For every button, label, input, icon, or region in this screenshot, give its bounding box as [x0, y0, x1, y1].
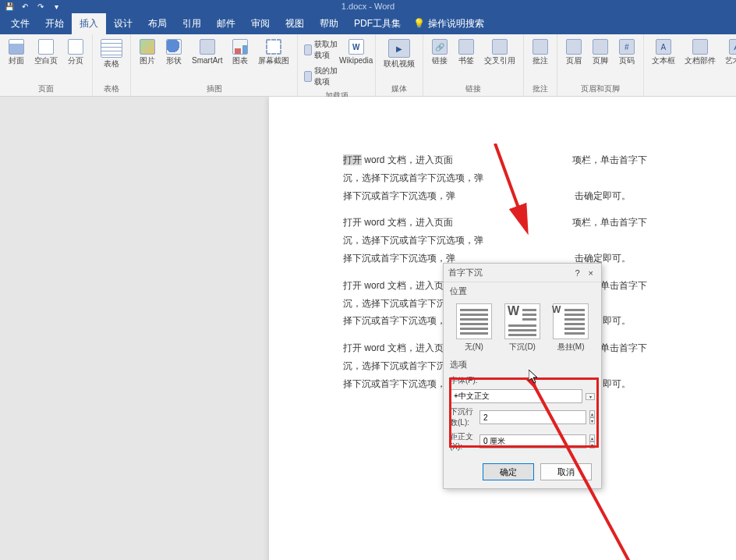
link-button[interactable]: 🔗链接 — [428, 37, 451, 66]
comment-button[interactable]: 批注 — [529, 37, 552, 66]
blank-page-button[interactable]: 空白页 — [31, 37, 61, 66]
footer-icon — [593, 39, 608, 55]
cover-page-icon — [9, 39, 24, 55]
link-icon: 🔗 — [432, 39, 448, 55]
chart-button[interactable]: 图表 — [228, 37, 252, 66]
position-dropped[interactable]: W 下沉(D) — [501, 302, 543, 354]
ribbon-group-links: 🔗链接 书签 交叉引用 链接 — [423, 34, 524, 96]
distance-input[interactable] — [479, 434, 586, 448]
font-select[interactable] — [450, 389, 582, 403]
cancel-button[interactable]: 取消 — [540, 463, 592, 480]
ribbon-group-headerfooter: 页眉 页脚 #页码 页眉和页脚 — [557, 34, 644, 96]
position-margin-preview: W — [553, 303, 589, 339]
lightbulb-icon: 💡 — [413, 18, 425, 29]
ribbon-group-pages: 封面 空白页 分页 页面 — [0, 34, 93, 96]
position-margin[interactable]: W 悬挂(M) — [550, 302, 592, 354]
cursor-icon — [529, 370, 540, 384]
page-break-icon — [68, 39, 83, 55]
smartart-button[interactable]: SmartArt — [189, 37, 225, 66]
ribbon-group-label-pages: 页面 — [5, 82, 87, 94]
pagenum-icon: # — [619, 39, 635, 55]
menubar: 文件 开始 插入 设计 布局 引用 邮件 审阅 视图 帮助 PDF工具集 💡 操… — [0, 12, 736, 34]
header-icon — [566, 39, 582, 55]
my-addins-button[interactable]: 我的加载项 — [303, 64, 338, 89]
dialog-titlebar[interactable]: 首字下沉 ? × — [444, 264, 601, 282]
parts-icon — [692, 39, 708, 55]
lines-label: 下沉行数(L): — [450, 406, 476, 428]
dialog-title: 首字下沉 — [448, 267, 483, 278]
redo-icon[interactable]: ↷ — [36, 2, 45, 11]
screenshot-button[interactable]: 屏幕截图 — [255, 37, 292, 66]
position-none[interactable]: 无(N) — [453, 302, 495, 354]
online-video-button[interactable]: ▶联机视频 — [380, 37, 418, 69]
selected-text: 打开 — [343, 154, 362, 165]
menu-layout[interactable]: 布局 — [140, 13, 175, 34]
menu-view[interactable]: 视图 — [278, 13, 312, 34]
parts-button[interactable]: 文档部件 — [681, 37, 719, 66]
page-break-button[interactable]: 分页 — [64, 37, 87, 66]
ribbon-group-illustrations: 图片 形状 SmartArt 图表 屏幕截图 插图 — [131, 34, 298, 96]
get-addins-button[interactable]: 获取加载项 — [303, 37, 338, 62]
lines-down-button[interactable]: ▾ — [589, 417, 595, 424]
ribbon-group-media: ▶联机视频 媒体 — [376, 34, 423, 96]
save-icon[interactable]: 💾 — [5, 2, 14, 11]
ribbon-group-addins: 获取加载项 我的加载项 WWikipedia 加载项 — [298, 34, 375, 96]
comment-icon — [533, 39, 548, 55]
chart-icon — [232, 39, 248, 55]
wikipedia-button[interactable]: WWikipedia — [342, 37, 370, 66]
ribbon: 封面 空白页 分页 页面 表格 表格 图片 形状 SmartArt 图表 屏幕截… — [0, 34, 736, 97]
position-dropped-preview: W — [504, 303, 540, 339]
menu-home[interactable]: 开始 — [37, 13, 72, 34]
undo-icon[interactable]: ↶ — [20, 2, 30, 11]
options-section-label: 选项 — [444, 356, 601, 372]
distance-up-button[interactable]: ▴ — [589, 434, 595, 441]
menu-search[interactable]: 💡 操作说明搜索 — [409, 17, 484, 30]
crossref-button[interactable]: 交叉引用 — [481, 37, 518, 66]
menu-mail[interactable]: 邮件 — [209, 13, 243, 34]
shapes-button[interactable]: 形状 — [162, 37, 186, 66]
ok-button[interactable]: 确定 — [483, 463, 534, 480]
document-title: 1.docx - Word — [341, 2, 395, 11]
font-label: 字体(F): — [450, 375, 495, 386]
menu-help[interactable]: 帮助 — [312, 13, 346, 34]
pagenum-button[interactable]: #页码 — [615, 37, 639, 66]
smartart-icon — [200, 39, 215, 55]
ribbon-group-label-hf: 页眉和页脚 — [562, 82, 639, 94]
lines-up-button[interactable]: ▴ — [589, 410, 595, 417]
font-dropdown-icon[interactable]: ▾ — [586, 393, 595, 400]
lines-input[interactable] — [479, 410, 586, 424]
customize-qat-icon[interactable]: ▾ — [51, 2, 61, 11]
position-section-label: 位置 — [444, 282, 601, 299]
menu-design[interactable]: 设计 — [106, 13, 140, 34]
shapes-icon — [166, 39, 182, 55]
textbox-button[interactable]: A文本框 — [649, 37, 678, 66]
bookmark-icon — [458, 39, 474, 55]
table-button[interactable]: 表格 — [97, 37, 126, 69]
ribbon-group-label-links: 链接 — [428, 82, 518, 94]
menu-review[interactable]: 审阅 — [243, 13, 278, 34]
bookmark-button[interactable]: 书签 — [455, 37, 478, 66]
wordart-button[interactable]: A艺术字 — [722, 37, 736, 66]
addins-icon — [304, 71, 311, 82]
workspace: 打开 word 文档，进入页面 项栏，单击首字下沉，选择下沉或首字下沉选项，弹 … — [0, 97, 736, 560]
cover-page-button[interactable]: 封面 — [5, 37, 28, 66]
menu-pdf[interactable]: PDF工具集 — [346, 13, 409, 34]
dialog-close-button[interactable]: × — [586, 267, 596, 279]
search-label: 操作说明搜索 — [428, 17, 484, 30]
footer-button[interactable]: 页脚 — [589, 37, 612, 66]
wikipedia-icon: W — [349, 39, 364, 55]
wordart-icon: A — [729, 39, 736, 55]
textbox-icon: A — [656, 39, 671, 55]
menu-insert[interactable]: 插入 — [72, 13, 106, 34]
dialog-help-button[interactable]: ? — [571, 267, 582, 279]
picture-button[interactable]: 图片 — [136, 37, 159, 66]
menu-references[interactable]: 引用 — [175, 13, 209, 34]
distance-down-button[interactable]: ▾ — [589, 441, 595, 448]
picture-icon — [140, 39, 155, 55]
ribbon-group-label-tables: 表格 — [97, 82, 126, 94]
header-button[interactable]: 页眉 — [562, 37, 586, 66]
svg-marker-4 — [529, 370, 537, 383]
menu-file[interactable]: 文件 — [3, 13, 37, 34]
table-icon — [101, 39, 122, 58]
ribbon-group-tables: 表格 表格 — [93, 34, 131, 96]
